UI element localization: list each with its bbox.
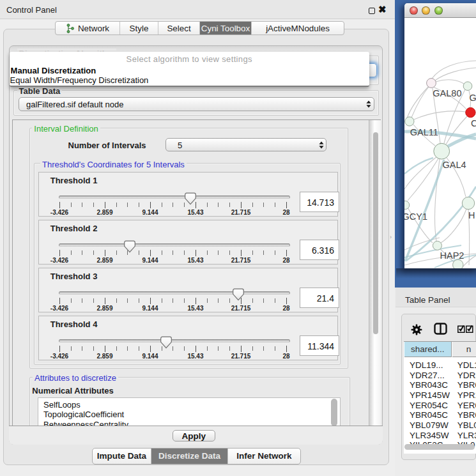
svg-text:GCY1: GCY1	[404, 211, 427, 222]
svg-text:GAL4: GAL4	[443, 160, 466, 170]
svg-text:C: C	[471, 118, 476, 128]
svg-text:H: H	[468, 210, 475, 220]
svg-text:HAP2: HAP2	[440, 250, 464, 261]
svg-text:GAL11: GAL11	[410, 127, 438, 137]
svg-text:GAL80: GAL80	[433, 88, 461, 98]
svg-text:GA: GA	[470, 93, 476, 103]
